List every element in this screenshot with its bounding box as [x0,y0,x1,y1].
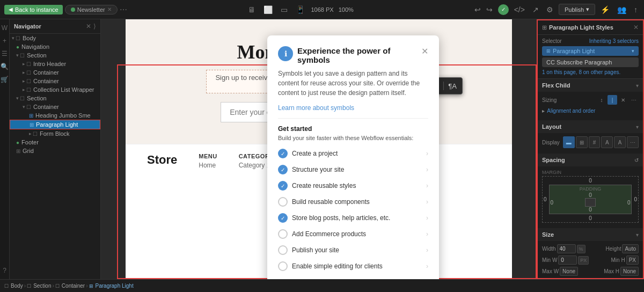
sizing-more-icon[interactable]: ⋯ [629,95,639,105]
margin-right-val[interactable]: 0 [634,196,637,202]
tree-label-c2: Container [33,78,59,84]
close-icon[interactable]: ✕ [107,6,112,12]
margin-bottom-val[interactable]: 0 [544,215,637,221]
share-button[interactable]: ↗ [530,4,541,15]
max-w-value[interactable]: None [560,267,578,276]
display-block-btn[interactable]: ▬ [563,136,575,148]
redo-button[interactable]: ↪ [484,4,495,15]
margin-top-val[interactable]: 0 [544,178,637,184]
tree-item-section2[interactable]: ▾ ☐ Section [10,94,100,103]
max-h-value[interactable]: None [620,267,639,276]
sizing-grow-icon[interactable]: ✕ [618,95,628,105]
webflow-logo-icon[interactable]: W [1,24,9,32]
display-none-btn[interactable]: A [614,136,626,148]
display-more-btn[interactable]: ⋯ [627,136,639,148]
breadcrumb-section[interactable]: ☐ Section [27,283,51,289]
tree-item-grid[interactable]: ⊞ Grid [10,147,100,155]
code-editor-button[interactable]: </> [512,4,527,15]
navigator-icon[interactable]: ☰ [1,49,9,58]
tree-item-form-block[interactable]: ▸ ☐ Form Block [10,129,100,138]
flex-child-content: Sizing ↕ | ✕ ⋯ ▸ Alignment and order [538,92,643,120]
flex-child-header[interactable]: Flex Child ▾ [538,79,643,92]
width-unit[interactable]: % [577,245,586,253]
display-flex-btn[interactable]: ⊞ [576,136,588,148]
padding-right-val[interactable]: 0 [627,200,631,206]
extra-icon[interactable]: ↑ [632,4,640,15]
canvas-area[interactable]: Monthly Newsletter B I X² X₂ 🔗 ✎ ¶A Sign… [101,19,537,279]
display-grid-btn[interactable]: # [589,136,601,148]
height-value[interactable]: Auto [622,244,639,253]
popup-chevron-3[interactable]: › [426,182,428,189]
spacing-header[interactable]: Spacing ↺ [538,154,643,166]
tree-item-body[interactable]: ▾ ☐ Body [10,34,100,42]
padding-bottom-val[interactable]: 0 [551,207,631,213]
popup-chevron-5[interactable]: › [426,214,428,222]
users-icon[interactable]: 👥 [615,4,628,15]
selector-pill-icon: ⊞ [546,48,551,54]
popup-learn-more-link[interactable]: Learn more about symbols [278,104,354,112]
margin-box: 0 0 PADDING 0 0 0 0 0 [542,176,639,223]
expand-navigator-icon[interactable]: ⟩ [93,23,96,30]
zoom-value: 100% [339,6,354,13]
mobile-portrait-icon[interactable]: 📱 [294,3,306,16]
sizing-fixed-icon[interactable]: | [608,95,617,105]
popup-chevron-1[interactable]: › [426,150,428,157]
selector-pill-1[interactable]: ⊞ Paragraph Light ▾ [542,46,639,56]
popup-item-6: Add Ecommerce products › [278,226,428,242]
align-order-link[interactable]: ▸ Alignment and order [542,108,595,114]
margin-left-val[interactable]: 0 [544,196,547,202]
rp-close-icon[interactable]: ✕ [633,24,639,31]
tree-item-container3[interactable]: ▾ ☐ Container [10,103,100,111]
tree-item-collection-list[interactable]: ▸ ☐ Collection List Wrapper [10,85,100,94]
publish-button[interactable]: Publish ▾ [559,4,595,15]
undo-button[interactable]: ↩ [472,4,483,15]
popup-chevron-8[interactable]: › [426,262,428,270]
min-w-input[interactable] [558,256,577,265]
spacing-reset-icon[interactable]: ↺ [634,157,639,163]
selector-dropdown-icon[interactable]: ▾ [632,48,634,54]
tree-item-footer[interactable]: ● Footer [10,138,100,147]
tree-item-section1[interactable]: ▾ ☐ Section [10,51,100,60]
popup-chevron-4[interactable]: › [426,198,428,206]
search-icon[interactable]: 🔍 [1,62,9,71]
settings-button[interactable]: ⚙ [544,4,555,15]
layout-header[interactable]: Layout ▾ [538,120,643,133]
tablet-icon[interactable]: ⬜ [261,3,274,16]
add-element-icon[interactable]: + [1,36,9,45]
paragraph-style-button[interactable]: ¶A [446,80,459,92]
min-w-unit[interactable]: PX [578,256,589,265]
padding-top-val[interactable]: 0 [551,192,631,198]
popup-chevron-7[interactable]: › [426,246,428,254]
popup-chevron-2[interactable]: › [426,166,428,173]
menu-title: MENU [199,153,217,159]
tree-item-heading-jumbo[interactable]: ⊞ Heading Jumbo Sme [10,111,100,120]
close-navigator-icon[interactable]: ✕ [86,23,91,30]
more-options-icon[interactable]: ⋯ [120,5,127,14]
sizing-shrink-icon[interactable]: ↕ [597,95,606,105]
ecommerce-icon[interactable]: 🛒 [1,75,9,84]
tree-item-paragraph-light[interactable]: ⊞ Paragraph Light [10,120,100,129]
desktop-icon[interactable]: 🖥 [245,3,258,16]
display-inline-btn[interactable]: A [601,136,613,148]
back-to-instance-button[interactable]: ◀ Back to instance [4,5,63,14]
help-icon[interactable]: ? [1,266,9,275]
tree-item-container1[interactable]: ▸ ☐ Container [10,68,100,77]
padding-left-val[interactable]: 0 [551,200,554,206]
breadcrumb-paragraph-light[interactable]: ⊞ Paragraph Light [89,283,134,289]
breadcrumb-body[interactable]: ☐ Body [4,283,23,289]
tree-item-intro-header[interactable]: ▸ ☐ Intro Header [10,60,100,68]
newsletter-pill[interactable]: Newsletter ✕ [65,5,118,14]
on-page-info: 1 on this page, 8 on other pages. [542,69,639,75]
popup-close-button[interactable]: ✕ [421,46,428,56]
breadcrumb-container[interactable]: ☐ Container [55,283,85,289]
popup-chevron-6[interactable]: › [426,230,428,238]
selector-pill-2[interactable]: CC Subscribe Paragraph [542,57,639,67]
width-input[interactable] [557,244,576,253]
min-h-value[interactable]: PX [626,256,639,265]
mobile-landscape-icon[interactable]: ▭ [277,3,290,16]
size-header[interactable]: Size ▾ [538,228,643,241]
size-content: Width % Height Auto Min W PX Min H PX [538,241,643,279]
tree-item-container2[interactable]: ▸ ☐ Container [10,77,100,85]
more-right-icon[interactable]: ⚡ [598,4,612,15]
tree-item-navigation[interactable]: ● Navigation [10,42,100,51]
